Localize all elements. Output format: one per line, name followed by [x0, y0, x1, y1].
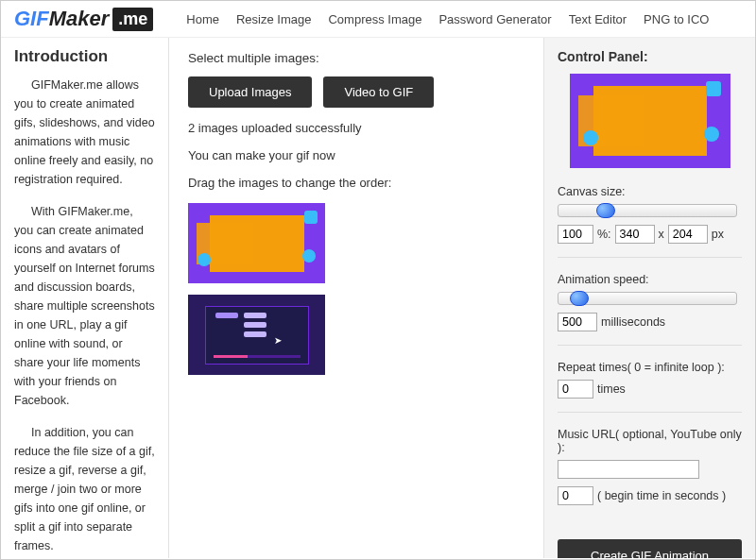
nav-password[interactable]: Password Generator	[438, 12, 551, 26]
thumbnail-1-image	[210, 215, 304, 272]
canvas-size-slider[interactable]	[558, 204, 737, 217]
drag-instruction: Drag the images to change the order:	[188, 176, 524, 190]
preview-badge-icon	[704, 127, 719, 142]
thumbnail-2[interactable]: ➤	[188, 295, 325, 375]
canvas-percent-input[interactable]	[558, 225, 593, 244]
logo[interactable]: GIF Maker .me	[14, 7, 153, 31]
cursor-icon: ➤	[274, 335, 282, 346]
speed-slider[interactable]	[558, 292, 737, 305]
sidebar-intro: Introduction GIFMaker.me allows you to c…	[1, 38, 169, 558]
upload-buttons: Upload Images Video to GIF	[188, 76, 524, 108]
music-time-label: ( begin time in seconds )	[597, 489, 726, 502]
upload-status: 2 images uploaded successfully	[188, 121, 524, 135]
speed-label: Animation speed:	[558, 273, 742, 286]
upload-images-button[interactable]: Upload Images	[188, 76, 312, 108]
canvas-width-input[interactable]	[615, 225, 655, 244]
canvas-height-input[interactable]	[668, 225, 708, 244]
like-icon	[198, 253, 211, 266]
canvas-size-label: Canvas size:	[558, 185, 742, 198]
badge-icon	[302, 249, 316, 263]
repeat-input[interactable]	[558, 380, 593, 399]
music-label: Music URL( optional, YouTube only ):	[558, 428, 742, 454]
intro-p1: GIFMaker.me allows you to create animate…	[14, 76, 155, 189]
repeat-section: Repeat times( 0 = infinite loop ): times	[558, 361, 742, 413]
nav-texteditor[interactable]: Text Editor	[569, 12, 627, 26]
nav-home[interactable]: Home	[186, 12, 219, 26]
logo-maker: Maker	[49, 7, 110, 31]
music-section: Music URL( optional, YouTube only ): ( b…	[558, 428, 742, 518]
logo-me: .me	[112, 8, 153, 31]
preview-image	[570, 74, 730, 168]
preview-image-content	[593, 86, 707, 156]
intro-p3: In addition, you can reduce the file siz…	[14, 423, 155, 555]
nav-compress[interactable]: Compress Image	[328, 12, 421, 26]
create-gif-button[interactable]: Create GIF Animation	[558, 539, 742, 558]
speed-unit: milliseconds	[601, 315, 665, 329]
layout: Introduction GIFMaker.me allows you to c…	[1, 38, 755, 558]
thumbnails: ➤	[188, 203, 524, 375]
music-time-input[interactable]	[558, 486, 593, 505]
repeat-label: Repeat times( 0 = infinite loop ):	[558, 361, 742, 374]
nav-pngico[interactable]: PNG to ICO	[644, 12, 709, 26]
speed-section: Animation speed: milliseconds	[558, 273, 742, 346]
preview-like-icon	[583, 130, 598, 145]
nav: Home Resize Image Compress Image Passwor…	[186, 12, 709, 26]
canvas-section: Canvas size: %: x px	[558, 185, 742, 258]
x-symbol: x	[659, 228, 664, 241]
intro-p2: With GIFMaker.me, you can create animate…	[14, 202, 155, 410]
control-panel: Control Panel: Canvas size: %: x px Anim…	[543, 38, 755, 558]
intro-heading: Introduction	[14, 47, 155, 66]
preview-play-icon	[706, 81, 721, 96]
speed-slider-knob[interactable]	[570, 291, 589, 306]
main-area: Select multiple images: Upload Images Vi…	[169, 38, 543, 558]
px-symbol: px	[712, 228, 724, 241]
logo-gif: GIF	[14, 7, 49, 31]
thumbnail-2-image: ➤	[205, 306, 309, 365]
make-status: You can make your gif now	[188, 148, 524, 162]
slider-knob[interactable]	[596, 203, 615, 218]
header: GIF Maker .me Home Resize Image Compress…	[1, 1, 755, 38]
repeat-unit: times	[597, 382, 626, 396]
control-panel-title: Control Panel:	[558, 49, 742, 64]
music-url-input[interactable]	[558, 460, 699, 479]
percent-symbol: %:	[597, 228, 611, 241]
speed-input[interactable]	[558, 313, 597, 331]
nav-resize[interactable]: Resize Image	[236, 12, 311, 26]
video-to-gif-button[interactable]: Video to GIF	[323, 76, 434, 108]
play-icon	[304, 211, 318, 224]
thumbnail-1[interactable]	[188, 203, 325, 283]
select-label: Select multiple images:	[188, 51, 524, 65]
